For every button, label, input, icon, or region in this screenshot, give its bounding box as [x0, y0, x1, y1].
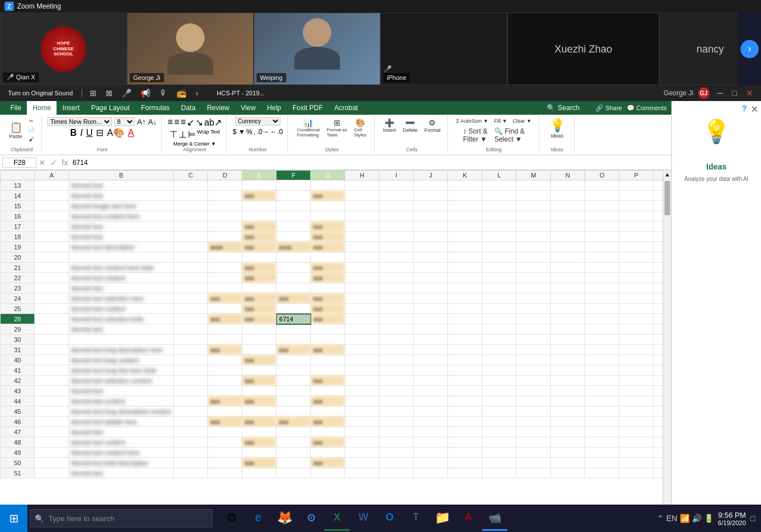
cell-C18[interactable] — [174, 232, 208, 242]
cell-Q48[interactable] — [654, 437, 663, 448]
cell-O25[interactable] — [585, 304, 619, 314]
cell-J16[interactable] — [414, 211, 448, 221]
cell-ref-input[interactable] — [2, 158, 37, 168]
cell-K47[interactable] — [448, 427, 482, 437]
cell-A49[interactable] — [35, 448, 69, 458]
cell-M43[interactable] — [516, 386, 551, 396]
cell-L17[interactable] — [482, 221, 516, 232]
cell-Q47[interactable] — [654, 427, 663, 437]
cell-N28[interactable] — [551, 314, 585, 324]
cell-M47[interactable] — [516, 427, 551, 437]
row-num-17[interactable]: 17 — [1, 221, 35, 232]
row-num-28[interactable]: 28 — [1, 314, 35, 324]
col-header-L[interactable]: L — [482, 171, 516, 180]
cell-L50[interactable] — [482, 458, 516, 468]
cell-I42[interactable] — [379, 376, 414, 386]
cell-O31[interactable] — [585, 345, 619, 355]
zoom-ctrl-icon3[interactable]: 🎤 — [119, 87, 134, 99]
formula-input[interactable] — [70, 158, 669, 167]
cell-E48[interactable]: xxx — [242, 437, 277, 448]
cell-N44[interactable] — [551, 396, 585, 406]
tray-lang-icon[interactable]: EN — [666, 514, 677, 523]
cell-M16[interactable] — [516, 211, 551, 221]
row-num-22[interactable]: 22 — [1, 273, 35, 283]
cell-D23[interactable] — [208, 283, 242, 293]
cell-L43[interactable] — [482, 386, 516, 396]
cell-N30[interactable] — [551, 334, 585, 345]
cell-K25[interactable] — [448, 304, 482, 314]
table-row[interactable]: 20 — [1, 252, 663, 263]
cell-H43[interactable] — [345, 386, 379, 396]
cell-C45[interactable] — [174, 406, 208, 417]
cell-M19[interactable] — [516, 242, 551, 252]
taskbar-search-box[interactable]: 🔍 Type here to search — [30, 509, 213, 527]
table-row[interactable]: 15blurred longer text here — [1, 201, 663, 211]
cell-B41[interactable]: blurred text long line here bold — [69, 365, 174, 376]
cell-C49[interactable] — [174, 448, 208, 458]
cell-N14[interactable] — [551, 191, 585, 201]
cell-L48[interactable] — [482, 437, 516, 448]
cell-E16[interactable] — [242, 211, 277, 221]
cell-Q23[interactable] — [654, 283, 663, 293]
cell-G50[interactable]: xxx — [311, 458, 345, 468]
cell-O48[interactable] — [585, 437, 619, 448]
cell-P15[interactable] — [619, 201, 654, 211]
cell-Q49[interactable] — [654, 448, 663, 458]
font-size-select[interactable]: 8 — [114, 117, 135, 126]
cell-A50[interactable] — [35, 458, 69, 468]
cell-P47[interactable] — [619, 427, 654, 437]
row-num-44[interactable]: 44 — [1, 396, 35, 406]
indent-decrease-btn[interactable]: ↙ — [187, 117, 194, 128]
cell-H41[interactable] — [345, 365, 379, 376]
cell-J17[interactable] — [414, 221, 448, 232]
cell-K29[interactable] — [448, 324, 482, 334]
comma-btn[interactable]: , — [254, 128, 255, 136]
cell-P20[interactable] — [619, 252, 654, 263]
cell-K50[interactable] — [448, 458, 482, 468]
zoom-ctrl-icon4[interactable]: 📢 — [138, 87, 153, 99]
row-num-31[interactable]: 31 — [1, 345, 35, 355]
cell-Q16[interactable] — [654, 211, 663, 221]
cell-J22[interactable] — [414, 273, 448, 283]
cell-D42[interactable] — [208, 376, 242, 386]
cell-N49[interactable] — [551, 448, 585, 458]
cell-C30[interactable] — [174, 334, 208, 345]
cell-N18[interactable] — [551, 232, 585, 242]
cell-G46[interactable]: xxx — [311, 417, 345, 427]
italic-btn[interactable]: I — [80, 128, 82, 138]
cell-F17[interactable] — [277, 221, 311, 232]
ribbon-tab-acrobat[interactable]: Acrobat — [329, 101, 363, 115]
cell-C17[interactable] — [174, 221, 208, 232]
wrap-text-btn[interactable]: Wrap Text — [197, 129, 220, 140]
cell-B30[interactable] — [69, 334, 174, 345]
cell-J40[interactable] — [414, 355, 448, 365]
cell-F47[interactable] — [277, 427, 311, 437]
taskbar-chrome[interactable]: ⊙ — [298, 506, 323, 531]
cell-G18[interactable]: xxx — [311, 232, 345, 242]
cell-L22[interactable] — [482, 273, 516, 283]
cell-L28[interactable] — [482, 314, 516, 324]
cell-D31[interactable]: xxx — [208, 345, 242, 355]
cell-P31[interactable] — [619, 345, 654, 355]
cell-G43[interactable] — [311, 386, 345, 396]
cell-D30[interactable] — [208, 334, 242, 345]
table-row[interactable]: 46blurred text details herexxxxxxxxxxxx — [1, 417, 663, 427]
cell-N31[interactable] — [551, 345, 585, 355]
tray-network-icon[interactable]: 📶 — [680, 514, 690, 523]
row-num-29[interactable]: 29 — [1, 324, 35, 334]
paste-btn[interactable]: 📋 Paste — [7, 120, 25, 140]
taskbar-acrobat[interactable]: A — [456, 506, 481, 531]
cell-Q51[interactable] — [654, 468, 663, 478]
cell-D44[interactable]: xxx — [208, 396, 242, 406]
cell-O28[interactable] — [585, 314, 619, 324]
cell-D18[interactable] — [208, 232, 242, 242]
cell-L21[interactable] — [482, 263, 516, 273]
row-num-20[interactable]: 20 — [1, 252, 35, 263]
row-num-45[interactable]: 45 — [1, 406, 35, 417]
cell-F50[interactable] — [277, 458, 311, 468]
cell-G42[interactable]: xxx — [311, 376, 345, 386]
cell-P25[interactable] — [619, 304, 654, 314]
cell-A29[interactable] — [35, 324, 69, 334]
cell-F25[interactable] — [277, 304, 311, 314]
cell-O18[interactable] — [585, 232, 619, 242]
